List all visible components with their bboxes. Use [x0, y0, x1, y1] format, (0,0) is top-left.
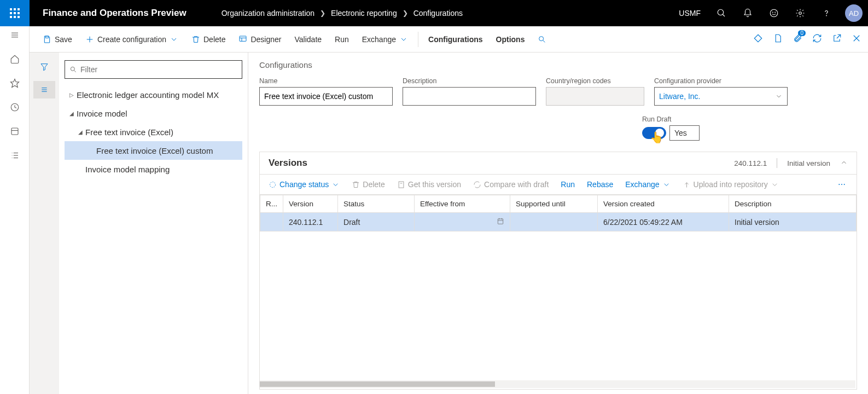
description-label: Description	[403, 77, 536, 85]
find-button[interactable]	[531, 32, 553, 47]
version-run-button[interactable]: Run	[556, 177, 579, 192]
attachment-badge: 0	[798, 30, 806, 36]
section-title: Configurations	[259, 60, 857, 69]
svg-point-4	[775, 12, 776, 13]
chevron-down-icon	[771, 181, 779, 189]
search-icon[interactable]	[708, 0, 735, 26]
svg-line-36	[74, 71, 76, 72]
chevron-down-icon	[775, 92, 783, 100]
exchange-button[interactable]: Exchange	[356, 32, 415, 47]
hamburger-icon[interactable]	[9, 30, 20, 40]
compare-button[interactable]: Compare with draft	[469, 177, 553, 192]
rebase-button[interactable]: Rebase	[582, 177, 617, 192]
create-configuration-button[interactable]: Create configuration	[79, 32, 185, 47]
col-status[interactable]: Status	[338, 195, 415, 213]
gear-icon[interactable]	[787, 0, 813, 26]
close-icon[interactable]	[852, 33, 861, 45]
home-icon[interactable]	[9, 54, 20, 65]
bell-icon[interactable]	[735, 0, 761, 26]
tree-node-selected[interactable]: Free text invoice (Excel) custom	[65, 141, 242, 160]
versions-grid: R... Version Status Effective from Suppo…	[260, 195, 857, 377]
svg-point-6	[826, 15, 827, 16]
svg-point-3	[772, 12, 773, 13]
modules-icon[interactable]	[9, 150, 20, 161]
country-label: Country/region codes	[546, 77, 644, 85]
more-button[interactable]: ⋯	[832, 177, 852, 192]
app-launcher[interactable]	[0, 0, 30, 26]
chevron-down-icon	[399, 35, 408, 44]
smile-icon[interactable]	[761, 0, 787, 26]
options-tab[interactable]: Options	[490, 32, 532, 47]
breadcrumb-item[interactable]: Configurations	[413, 9, 463, 18]
change-status-button[interactable]: Change status	[264, 177, 344, 192]
refresh-icon[interactable]	[812, 33, 822, 45]
breadcrumb-item[interactable]: Organization administration	[222, 9, 314, 18]
tree-filter[interactable]	[65, 60, 242, 79]
table-header-row: R... Version Status Effective from Suppo…	[260, 195, 857, 213]
svg-rect-38	[399, 181, 404, 187]
name-input[interactable]	[259, 87, 393, 106]
doc-icon[interactable]	[773, 33, 783, 45]
waffle-icon	[10, 8, 20, 18]
version-summary: 240.112.1	[734, 159, 767, 167]
chevron-down-icon	[331, 181, 340, 189]
tree: ▷Electronic ledger accounting model MX ◢…	[65, 85, 242, 178]
star-icon[interactable]	[9, 78, 20, 89]
run-draft-toggle[interactable]	[642, 127, 666, 139]
country-input[interactable]	[546, 87, 644, 106]
col-desc[interactable]: Description	[729, 195, 857, 213]
provider-label: Configuration provider	[654, 77, 788, 85]
popout-icon[interactable]	[832, 33, 842, 45]
diamond-icon[interactable]	[753, 33, 763, 45]
filter-input[interactable]	[80, 65, 237, 74]
get-version-button[interactable]: Get this version	[393, 177, 465, 192]
calendar-icon[interactable]	[497, 217, 504, 227]
delete-button[interactable]: Delete	[185, 32, 232, 47]
list-icon[interactable]	[33, 81, 55, 99]
chevron-down-icon	[662, 181, 671, 189]
company-picker[interactable]: USMF	[671, 9, 708, 18]
workspace-icon[interactable]	[9, 126, 20, 137]
run-button[interactable]: Run	[328, 32, 356, 47]
col-r[interactable]: R...	[260, 195, 283, 213]
help-icon[interactable]	[813, 0, 840, 26]
svg-point-37	[270, 182, 276, 187]
tree-node[interactable]: ◢Free text invoice (Excel)	[65, 123, 242, 141]
collapse-icon[interactable]	[840, 159, 848, 168]
avatar[interactable]: AD	[845, 4, 863, 22]
svg-rect-23	[240, 36, 246, 41]
svg-marker-28	[754, 34, 762, 42]
horizontal-scrollbar[interactable]	[260, 380, 855, 388]
filter-icon[interactable]	[33, 58, 55, 76]
version-delete-button[interactable]: Delete	[347, 177, 389, 192]
col-version[interactable]: Version	[283, 195, 338, 213]
provider-select[interactable]: Litware, Inc.	[654, 87, 788, 106]
configurations-tab[interactable]: Configurations	[422, 32, 490, 47]
validate-button[interactable]: Validate	[288, 32, 329, 47]
col-created[interactable]: Version created	[598, 195, 729, 213]
app-title: Finance and Operations Preview	[30, 8, 200, 19]
breadcrumb-item[interactable]: Electronic reporting	[331, 9, 397, 18]
attachment-icon[interactable]: 0	[793, 33, 802, 45]
description-input[interactable]	[403, 87, 536, 106]
tree-node[interactable]: ◢Invoice model	[65, 104, 242, 123]
designer-button[interactable]: Designer	[232, 32, 288, 47]
run-draft-label: Run Draft	[642, 115, 857, 123]
version-exchange-button[interactable]: Exchange	[621, 177, 674, 192]
col-supported[interactable]: Supported until	[510, 195, 598, 213]
versions-toolbar: Change status Delete Get this version	[260, 174, 857, 195]
command-bar: Save Create configuration Delete Designe…	[30, 26, 868, 53]
col-effective[interactable]: Effective from	[415, 195, 510, 213]
upload-button[interactable]: Upload into repository	[678, 177, 783, 192]
collapse-icon[interactable]: ◢	[67, 111, 77, 117]
tree-node[interactable]: ▷Electronic ledger accounting model MX	[65, 85, 242, 104]
save-button[interactable]: Save	[36, 32, 79, 47]
recent-icon[interactable]	[9, 102, 20, 113]
chevron-right-icon: ❯	[403, 9, 408, 17]
svg-marker-31	[41, 64, 48, 71]
table-row[interactable]: 240.112.1 Draft 6/22/2021 05:49:22 AM In…	[260, 213, 857, 231]
expand-icon[interactable]: ▷	[67, 92, 77, 98]
collapse-icon[interactable]: ◢	[75, 129, 85, 135]
side-icon-column	[30, 53, 59, 394]
tree-node[interactable]: Invoice model mapping	[65, 160, 242, 178]
